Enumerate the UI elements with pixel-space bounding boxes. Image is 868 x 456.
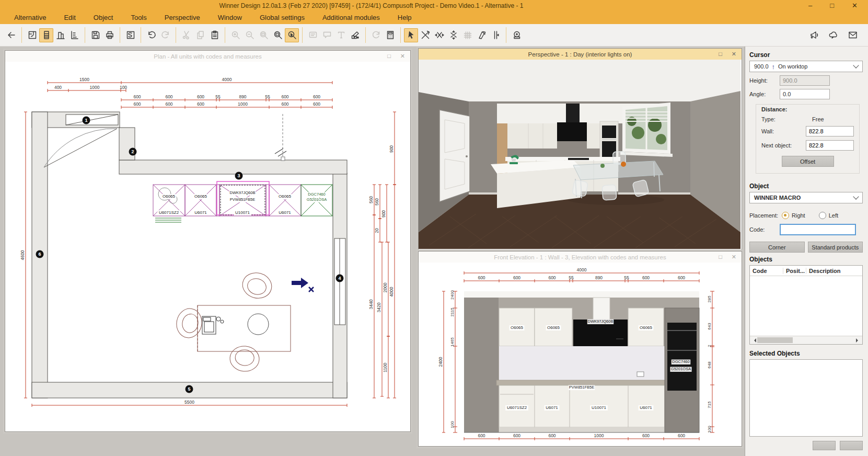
menu-item-additional-modules[interactable]: Additional modules bbox=[314, 12, 389, 24]
back-icon[interactable] bbox=[4, 28, 18, 42]
maximize-button[interactable]: □ bbox=[830, 0, 834, 12]
radio-selected-icon[interactable] bbox=[782, 212, 789, 219]
height-field[interactable] bbox=[780, 75, 830, 86]
elevation-window[interactable]: Front Elevation - 1 : Wall - 3, Elevatio… bbox=[418, 251, 742, 447]
zoom-out-icon[interactable] bbox=[242, 28, 257, 42]
note-icon[interactable] bbox=[306, 28, 320, 42]
elevation-drawing[interactable]: O6065O6065O6065DWK97JQ60BPVW851FB5EU6071… bbox=[419, 263, 738, 446]
wall-marker-number: 4 bbox=[338, 276, 341, 281]
measure-vertical-icon[interactable] bbox=[446, 28, 460, 42]
wall-marker-number: 2 bbox=[131, 149, 134, 154]
redo-icon[interactable] bbox=[158, 28, 172, 42]
menu-item-perspective[interactable]: Perspective bbox=[156, 12, 209, 24]
dimension-label: 600 bbox=[548, 275, 555, 280]
placement-right-option[interactable]: Right bbox=[782, 212, 805, 219]
objects-table-body[interactable] bbox=[750, 276, 862, 336]
tape-measure-icon[interactable] bbox=[510, 28, 524, 42]
menu-item-window[interactable]: Window bbox=[209, 12, 251, 24]
cursor-mode-dropdown[interactable]: 900.0 ↑ On worktop bbox=[749, 61, 863, 72]
elevation-close-button[interactable]: ✕ bbox=[732, 254, 736, 260]
view-wall-icon[interactable] bbox=[67, 28, 82, 42]
view-elevation-icon[interactable] bbox=[39, 28, 53, 42]
dimension-label: 55 bbox=[569, 275, 574, 280]
parallel-wall-icon[interactable] bbox=[489, 28, 503, 42]
radio-unselected-icon[interactable] bbox=[819, 212, 826, 219]
dimension-label: 600 bbox=[548, 433, 555, 438]
minimize-button[interactable]: – bbox=[808, 0, 812, 12]
copy-icon[interactable] bbox=[193, 28, 207, 42]
standard-products-button[interactable]: Standard products bbox=[808, 242, 863, 253]
save-icon[interactable] bbox=[88, 28, 102, 42]
objects-horizontal-scrollbar[interactable] bbox=[750, 336, 862, 344]
view-section-icon[interactable] bbox=[53, 28, 67, 42]
close-button[interactable]: ✕ bbox=[852, 0, 858, 12]
materials-icon[interactable] bbox=[348, 28, 362, 42]
dimension-label: 600 bbox=[678, 275, 685, 280]
measure-horizontal-icon[interactable] bbox=[432, 28, 446, 42]
perspective-window[interactable]: Perspective - 1 : Day (interior lights o… bbox=[418, 48, 742, 250]
menu-item-global-settings[interactable]: Global settings bbox=[251, 12, 314, 24]
rotate-3d-icon[interactable] bbox=[474, 28, 489, 42]
plan-maximize-button[interactable]: □ bbox=[387, 53, 391, 60]
properties-panel: Cursor 900.0 ↑ On worktop Height: Angle:… bbox=[745, 47, 868, 456]
pointer-icon[interactable] bbox=[404, 28, 418, 42]
menu-item-alternative[interactable]: Alternative bbox=[5, 12, 55, 24]
placement-right-label: Right bbox=[792, 212, 805, 219]
print-icon[interactable] bbox=[102, 28, 117, 42]
objects-table[interactable]: Code Posit... Description bbox=[749, 265, 863, 345]
placement-left-option[interactable]: Left bbox=[819, 212, 838, 219]
cut-icon[interactable] bbox=[179, 28, 193, 42]
scrollbar-thumb[interactable] bbox=[757, 337, 793, 343]
perspective-maximize-button[interactable]: □ bbox=[719, 51, 722, 58]
scroll-right-icon[interactable] bbox=[855, 337, 862, 343]
plan-window-titlebar[interactable]: Plan - All units with codes and measures… bbox=[5, 51, 410, 62]
panel-button-2[interactable] bbox=[840, 441, 863, 450]
perspective-close-button[interactable]: ✕ bbox=[732, 51, 736, 58]
grid-icon[interactable] bbox=[460, 28, 474, 42]
angle-field[interactable] bbox=[780, 89, 830, 99]
offset-button[interactable]: Offset bbox=[782, 156, 834, 167]
object-type-dropdown[interactable]: WINNER MACRO bbox=[749, 192, 863, 203]
perspective-render-canvas[interactable] bbox=[419, 60, 740, 249]
dimension-label: 1000 bbox=[90, 85, 100, 90]
cabinet-code-label: O6065 bbox=[547, 325, 560, 330]
menu-item-edit[interactable]: Edit bbox=[55, 12, 84, 24]
elevation-window-titlebar[interactable]: Front Elevation - 1 : Wall - 3, Elevatio… bbox=[419, 252, 742, 263]
objects-col-description[interactable]: Description bbox=[806, 268, 862, 274]
panel-button-1[interactable] bbox=[813, 441, 836, 450]
scroll-left-icon[interactable] bbox=[750, 337, 757, 343]
calculator-icon[interactable] bbox=[383, 28, 397, 42]
objects-col-position[interactable]: Posit... bbox=[783, 268, 806, 274]
measure-free-icon[interactable] bbox=[418, 28, 432, 42]
plan-window[interactable]: Plan - All units with codes and measures… bbox=[5, 50, 411, 432]
view-plan-icon[interactable] bbox=[25, 28, 39, 42]
selected-objects-list[interactable] bbox=[749, 359, 863, 437]
zoom-page-icon[interactable] bbox=[257, 28, 271, 42]
code-field[interactable] bbox=[780, 224, 856, 235]
megaphone-icon[interactable] bbox=[807, 28, 821, 42]
next-object-field[interactable] bbox=[806, 140, 854, 151]
corner-button[interactable]: Corner bbox=[749, 242, 805, 253]
paste-icon[interactable] bbox=[207, 28, 222, 42]
zoom-window-icon[interactable] bbox=[271, 28, 285, 42]
undo-icon[interactable] bbox=[144, 28, 158, 42]
dimension-label: 600 bbox=[281, 101, 288, 107]
perspective-window-titlebar[interactable]: Perspective - 1 : Day (interior lights o… bbox=[419, 49, 742, 60]
objects-col-code[interactable]: Code bbox=[750, 268, 783, 274]
menu-item-object[interactable]: Object bbox=[85, 12, 122, 24]
plan-drawing[interactable]: O6065U6071SZ2O6065U6071DWK97JQ60BPVW851F… bbox=[5, 62, 410, 431]
text-icon[interactable] bbox=[334, 28, 348, 42]
comment-icon[interactable] bbox=[320, 28, 334, 42]
refresh-icon[interactable] bbox=[369, 28, 383, 42]
wall-distance-field[interactable] bbox=[806, 126, 854, 136]
menu-item-help[interactable]: Help bbox=[389, 12, 421, 24]
plan-close-button[interactable]: ✕ bbox=[400, 53, 405, 60]
elevation-maximize-button[interactable]: □ bbox=[719, 254, 722, 260]
zoom-region-icon[interactable] bbox=[285, 28, 299, 42]
zoom-in-icon[interactable] bbox=[228, 28, 242, 42]
next-object-label: Next object: bbox=[761, 142, 806, 149]
cloud-chat-icon[interactable] bbox=[826, 28, 840, 42]
mail-icon[interactable] bbox=[846, 28, 860, 42]
menu-item-tools[interactable]: Tools bbox=[122, 12, 155, 24]
schema-s-icon[interactable] bbox=[123, 28, 137, 42]
